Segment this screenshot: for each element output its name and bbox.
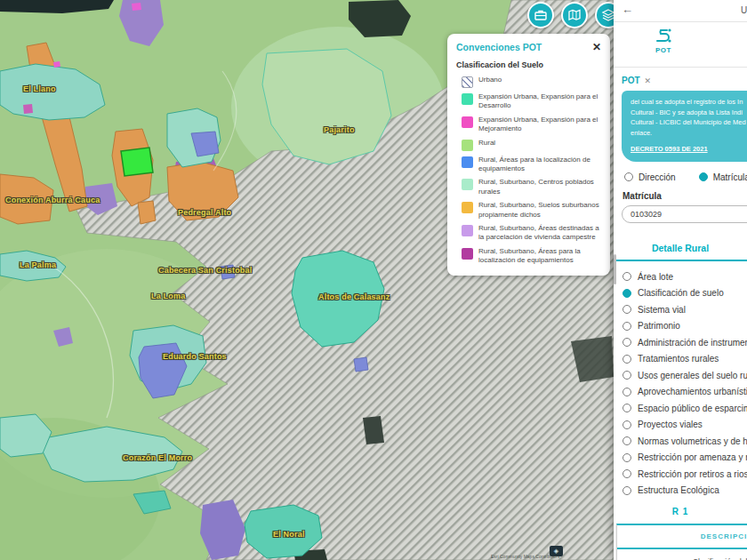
map-place-label: Altos de Calasanz xyxy=(318,292,390,301)
legend-swatch xyxy=(462,179,473,190)
legend-item-label: Rural, Suburbano, Áreas para la localiza… xyxy=(478,247,601,266)
layer-option-label: Matrícula xyxy=(713,172,747,182)
map-place-label: El Llano xyxy=(23,84,56,93)
legend-item-label: Rural, Áreas para la localización de equ… xyxy=(478,156,601,174)
legend-item: Rural, Suburbano, Centros poblados rural… xyxy=(462,178,601,196)
layer-option-label: Tratamientos rurales xyxy=(638,354,719,364)
legend-swatch xyxy=(462,248,473,260)
legend-subtitle: Clasificacion del Suelo xyxy=(456,60,601,69)
topbar-cut-text: U xyxy=(741,5,747,15)
infobox-text: del cual se adopta el registro de los In… xyxy=(631,97,747,139)
table-row: Clasificación del suelo xyxy=(617,549,747,560)
legend-swatch xyxy=(462,93,473,105)
radio-icon[interactable] xyxy=(622,272,631,281)
legend-item-label: Rural, Suburbano, Centros poblados rural… xyxy=(478,178,601,196)
layer-option[interactable]: Tratamientos rurales xyxy=(622,354,747,364)
chip-close-icon[interactable]: ✕ xyxy=(645,76,652,85)
legend-item: Rural, Suburbano, Áreas para la localiza… xyxy=(462,247,601,266)
route-icon xyxy=(654,28,673,45)
map-icon[interactable] xyxy=(561,2,588,28)
layer-option-label: Aprovechamientos urbanísticos xyxy=(638,387,747,396)
layer-option[interactable]: Administración de instrumentos xyxy=(622,338,747,348)
layer-option[interactable]: Proyectos viales xyxy=(622,420,747,429)
layer-option[interactable]: Aprovechamientos urbanísticos xyxy=(622,387,747,396)
legend-swatch xyxy=(462,116,473,128)
legend-item: Expansión Urbana, Expansión para el Desa… xyxy=(462,92,601,111)
scrollbar-thumb[interactable] xyxy=(614,254,616,284)
layer-option-label: Proyectos viales xyxy=(638,420,703,429)
layer-option[interactable]: Clasificación de suelo xyxy=(622,288,747,298)
legend-panel: Convenciones POT ✕ Clasificacion del Sue… xyxy=(447,34,610,276)
right-sidebar: ← U POT POT ✕ del cual se adopta e xyxy=(614,0,747,560)
infobox-line: del cual se adopta el registro de los In xyxy=(631,97,747,108)
radio-icon[interactable] xyxy=(622,371,631,380)
tab-pot[interactable]: POT xyxy=(644,28,683,54)
matricula-input[interactable] xyxy=(622,205,747,223)
layer-option-label: Restricción por retiros a rios y quebrad… xyxy=(638,469,747,479)
radio-icon[interactable] xyxy=(622,469,631,478)
layer-option[interactable]: Sistema vial xyxy=(622,305,747,315)
legend-swatch xyxy=(462,76,473,88)
legend-item: Rural, Suburbano, Áreas destinadas a la … xyxy=(462,224,601,243)
layer-option[interactable]: Área lote xyxy=(622,272,747,282)
legend-list: Urbano Expansión Urbana, Expansión para … xyxy=(456,76,601,265)
legend-item-label: Urbano xyxy=(478,76,502,84)
search-mode-radios: Dirección Matrícula xyxy=(624,172,747,182)
layer-option-label: Área lote xyxy=(638,272,673,282)
map-canvas[interactable]: El LlanoConexión Aburrá CaucaPajaritoPed… xyxy=(0,0,614,560)
tab-pot-label: POT xyxy=(644,46,683,54)
decree-link[interactable]: DECRETO 0593 DE 2021 xyxy=(631,145,708,153)
radio-icon[interactable] xyxy=(622,388,631,396)
search-mode-dirección[interactable]: Dirección xyxy=(624,172,676,182)
layer-option[interactable]: Patrimonio xyxy=(622,321,747,331)
legend-swatch xyxy=(462,202,473,213)
result-table: DESCRIPCIÓN Clasificación del suelo xyxy=(616,524,747,560)
radio-icon[interactable] xyxy=(624,172,633,181)
map-place-label: Corazón El Morro xyxy=(123,453,192,462)
search-mode-matrícula[interactable]: Matrícula xyxy=(699,172,747,182)
map-place-label: Pedregal Alto xyxy=(178,208,231,217)
layer-option-label: Normas volumetricas y de habitabilidad xyxy=(638,436,747,446)
legend-item-label: Expansión Urbana, Expansión para el Mejo… xyxy=(478,116,601,134)
radio-icon[interactable] xyxy=(622,420,631,429)
legend-item-label: Expansión Urbana, Expansión para el Desa… xyxy=(478,92,601,111)
radio-icon[interactable] xyxy=(622,404,631,412)
legend-item: Urbano xyxy=(462,76,601,88)
radio-icon[interactable] xyxy=(622,305,631,314)
sidebar-topbar: ← U xyxy=(614,0,747,22)
radio-icon[interactable] xyxy=(622,486,631,495)
infobox-line: enlace. xyxy=(631,128,747,139)
decree-infobox: del cual se adopta el registro de los In… xyxy=(622,91,747,162)
layers-icon[interactable] xyxy=(595,2,614,28)
legend-item-label: Rural xyxy=(478,139,495,148)
legend-item: Rural, Áreas para la localización de equ… xyxy=(462,156,601,174)
layer-option[interactable]: Usos generales del suelo rural xyxy=(622,371,747,380)
radio-icon[interactable] xyxy=(622,322,631,331)
layer-option[interactable]: Normas volumetricas y de habitabilidad xyxy=(622,436,747,446)
layer-option[interactable]: Restricción por amenaza y riesgo xyxy=(622,452,747,462)
infobox-line: Cultural - LICBIC del Municipio de Med xyxy=(631,117,747,128)
radio-icon[interactable] xyxy=(622,355,631,364)
layer-option-label: Dirección xyxy=(639,172,676,182)
close-icon[interactable]: ✕ xyxy=(592,42,601,52)
layer-option[interactable]: Espacio público de esparcimiento xyxy=(622,404,747,413)
radio-icon[interactable] xyxy=(699,172,708,181)
layer-option[interactable]: Estructura Ecológica xyxy=(622,485,747,495)
layer-option-label: Patrimonio xyxy=(638,321,680,331)
radio-icon[interactable] xyxy=(622,289,631,298)
layer-option-label: Estructura Ecológica xyxy=(638,485,719,495)
radio-icon[interactable] xyxy=(622,338,631,347)
result-code: R 1 xyxy=(614,507,747,516)
map-place-label: El Noral xyxy=(273,530,305,539)
app-window: El LlanoConexión Aburrá CaucaPajaritoPed… xyxy=(0,0,747,560)
briefcase-icon[interactable] xyxy=(527,2,554,28)
radio-icon[interactable] xyxy=(622,453,631,462)
table-header[interactable]: DESCRIPCIÓN xyxy=(617,525,747,549)
radio-icon[interactable] xyxy=(622,436,631,445)
layer-option[interactable]: Restricción por retiros a rios y quebrad… xyxy=(622,469,747,479)
tab-detalle-rural[interactable]: Detalle Rural xyxy=(614,243,747,260)
back-arrow-icon[interactable]: ← xyxy=(622,3,633,16)
pot-filter-chip: POT ✕ xyxy=(622,76,747,85)
legend-item: Rural xyxy=(462,139,601,151)
legend-item: Rural, Suburbano, Suelos suburbanos prop… xyxy=(462,201,601,220)
